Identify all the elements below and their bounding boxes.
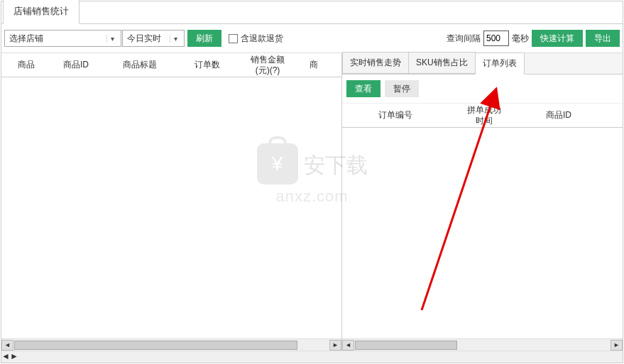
col-order-no[interactable]: 订单编号 [342,109,449,121]
col-product-title[interactable]: 商品标题 [101,58,179,71]
tab-realtime-trend[interactable]: 实时销售走势 [342,52,409,74]
dropdown-icon: ▾ [106,35,118,43]
view-button[interactable]: 查看 [346,80,381,97]
right-pane: 实时销售走势 SKU销售占比 订单列表 查看 暂停 订单编号 拼单成功 时间 商… [342,53,623,351]
scroll-thumb[interactable] [14,341,297,350]
left-table-header: 商品 商品ID 商品标题 订单数 销售金额 (元)(?) 商 [1,53,341,77]
right-toolbar: 查看 暂停 [342,75,623,104]
include-refund-label: 含退款退货 [241,33,283,45]
scroll-right-icon[interactable]: ► [329,340,341,351]
interval-input[interactable] [483,31,509,46]
right-tabs: 实时销售走势 SKU销售占比 订单列表 [342,53,623,75]
col-product-id[interactable]: 商品ID [51,58,101,71]
refresh-button[interactable]: 刷新 [187,30,221,47]
tab-order-list[interactable]: 订单列表 [475,53,525,75]
left-pane: 商品 商品ID 商品标题 订单数 销售金额 (元)(?) 商 ◄ ► [1,53,342,351]
scroll-left-icon[interactable]: ◄ [1,351,10,363]
interval-unit: 毫秒 [512,33,529,45]
right-table-body [342,128,623,338]
left-table-body [1,77,341,338]
dropdown-icon: ▾ [170,35,181,43]
scroll-left-icon[interactable]: ◄ [342,340,354,351]
export-button[interactable]: 导出 [586,30,620,47]
left-hscroll[interactable]: ◄ ► [1,338,341,351]
time-select[interactable]: 今日实时 ▾ [122,30,185,47]
col-merchant[interactable]: 商 [300,58,328,71]
col-sales-amount[interactable]: 销售金额 (元)(?) [236,53,300,77]
col-r-product-id[interactable]: 商品ID [520,109,598,121]
top-tab-sales[interactable]: 店铺销售统计 [3,0,80,24]
include-refund-checkbox[interactable] [229,34,238,43]
tab-sku-ratio[interactable]: SKU销售占比 [408,52,476,74]
time-select-label: 今日实时 [127,33,161,45]
include-refund-wrap[interactable]: 含退款退货 [229,33,283,45]
scroll-thumb[interactable] [355,341,457,350]
scroll-right-icon[interactable]: ► [10,351,18,363]
shop-select-label: 选择店铺 [9,33,43,45]
scroll-right-icon[interactable]: ► [611,340,623,351]
fast-calc-button[interactable]: 快速计算 [532,30,583,47]
col-product[interactable]: 商品 [1,58,51,71]
shop-select[interactable]: 选择店铺 ▾ [4,30,121,47]
col-order-count[interactable]: 订单数 [179,58,236,71]
pause-button[interactable]: 暂停 [385,80,419,97]
outer-hscroll[interactable]: ◄ ► [1,351,623,363]
col-group-time[interactable]: 拼单成功 时间 [449,104,520,127]
scroll-track[interactable] [355,340,610,351]
right-table-header: 订单编号 拼单成功 时间 商品ID [342,104,623,128]
toolbar: 选择店铺 ▾ 今日实时 ▾ 刷新 含退款退货 查询间隔 毫秒 快速计算 导出 [1,24,623,53]
interval-label: 查询间隔 [447,33,481,45]
scroll-left-icon[interactable]: ◄ [1,340,13,351]
right-hscroll[interactable]: ◄ ► [342,338,623,351]
scroll-track[interactable] [14,340,329,351]
